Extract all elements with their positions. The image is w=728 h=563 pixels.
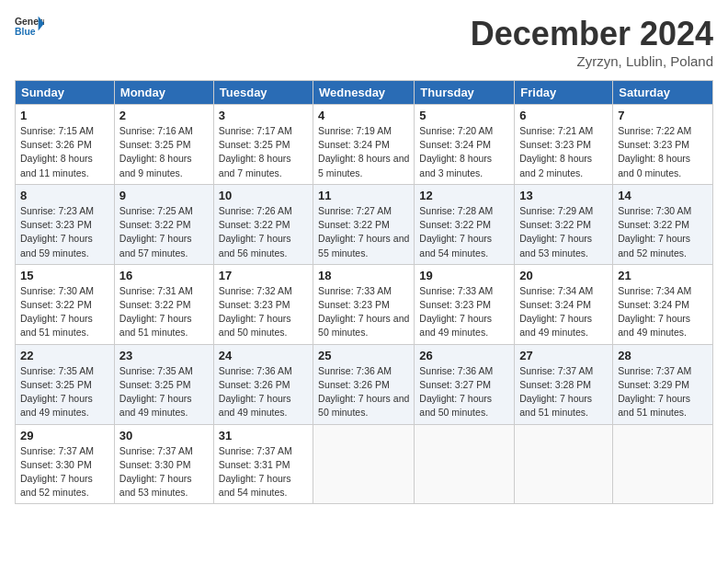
sunrise-text: Sunrise: 7:25 AM [119,205,193,216]
daylight-text: Daylight: 7 hours and 54 minutes. [219,473,291,498]
day-number: 17 [219,269,308,282]
sunrise-text: Sunrise: 7:20 AM [419,125,493,136]
day-number: 13 [519,189,608,202]
day-info: Sunrise: 7:34 AM Sunset: 3:24 PM Dayligh… [519,284,608,340]
day-number: 20 [519,269,608,282]
sunrise-text: Sunrise: 7:35 AM [119,365,193,376]
day-number: 24 [219,349,308,362]
calendar-cell: 26 Sunrise: 7:36 AM Sunset: 3:27 PM Dayl… [415,344,515,424]
day-number: 8 [20,189,109,202]
col-monday: Monday [114,81,213,105]
sunset-text: Sunset: 3:29 PM [618,379,689,390]
calendar-cell: 13 Sunrise: 7:29 AM Sunset: 3:22 PM Dayl… [515,184,613,264]
day-number: 27 [519,349,608,362]
calendar-cell: 14 Sunrise: 7:30 AM Sunset: 3:22 PM Dayl… [613,184,713,264]
calendar-cell: 10 Sunrise: 7:26 AM Sunset: 3:22 PM Dayl… [213,184,313,264]
calendar-cell: 16 Sunrise: 7:31 AM Sunset: 3:22 PM Dayl… [114,264,213,344]
calendar-cell: 18 Sunrise: 7:33 AM Sunset: 3:23 PM Dayl… [313,264,415,344]
day-number: 11 [318,189,409,202]
sunrise-text: Sunrise: 7:34 AM [519,285,593,296]
day-number: 19 [419,269,509,282]
sunrise-text: Sunrise: 7:37 AM [519,365,593,376]
day-info: Sunrise: 7:31 AM Sunset: 3:22 PM Dayligh… [119,284,209,340]
sunset-text: Sunset: 3:30 PM [119,459,191,470]
location-subtitle: Zyrzyn, Lublin, Poland [471,53,713,69]
sunrise-text: Sunrise: 7:26 AM [219,205,292,216]
day-info: Sunrise: 7:22 AM Sunset: 3:23 PM Dayligh… [618,124,708,180]
calendar-cell: 7 Sunrise: 7:22 AM Sunset: 3:23 PM Dayli… [613,105,713,185]
day-number: 23 [119,349,209,362]
sunset-text: Sunset: 3:24 PM [519,299,591,310]
day-number: 12 [419,189,509,202]
day-number: 5 [419,109,509,122]
day-info: Sunrise: 7:36 AM Sunset: 3:26 PM Dayligh… [219,364,308,420]
logo: General Blue [15,15,44,40]
daylight-text: Daylight: 7 hours and 51 minutes. [519,393,592,418]
daylight-text: Daylight: 7 hours and 52 minutes. [20,473,93,498]
day-info: Sunrise: 7:33 AM Sunset: 3:23 PM Dayligh… [419,284,509,340]
calendar-cell: 19 Sunrise: 7:33 AM Sunset: 3:23 PM Dayl… [415,264,515,344]
sunrise-text: Sunrise: 7:36 AM [419,365,493,376]
sunset-text: Sunset: 3:22 PM [20,299,92,310]
sunset-text: Sunset: 3:22 PM [119,219,191,230]
sunrise-text: Sunrise: 7:27 AM [318,205,392,216]
day-info: Sunrise: 7:30 AM Sunset: 3:22 PM Dayligh… [20,284,109,340]
sunset-text: Sunset: 3:30 PM [20,459,92,470]
day-info: Sunrise: 7:37 AM Sunset: 3:30 PM Dayligh… [119,444,209,500]
calendar-cell: 17 Sunrise: 7:32 AM Sunset: 3:23 PM Dayl… [213,264,313,344]
daylight-text: Daylight: 7 hours and 50 minutes. [419,393,492,418]
calendar-week-4: 22 Sunrise: 7:35 AM Sunset: 3:25 PM Dayl… [16,344,713,424]
daylight-text: Daylight: 7 hours and 50 minutes. [318,313,409,338]
daylight-text: Daylight: 8 hours and 2 minutes. [519,153,592,178]
daylight-text: Daylight: 8 hours and 7 minutes. [219,153,291,178]
col-tuesday: Tuesday [213,81,313,105]
day-info: Sunrise: 7:23 AM Sunset: 3:23 PM Dayligh… [20,204,109,260]
day-info: Sunrise: 7:34 AM Sunset: 3:24 PM Dayligh… [618,284,708,340]
daylight-text: Daylight: 7 hours and 49 minutes. [618,313,690,338]
calendar-cell: 2 Sunrise: 7:16 AM Sunset: 3:25 PM Dayli… [114,105,213,185]
sunrise-text: Sunrise: 7:37 AM [119,445,193,456]
daylight-text: Daylight: 7 hours and 53 minutes. [119,473,192,498]
daylight-text: Daylight: 7 hours and 49 minutes. [419,313,492,338]
calendar-week-1: 1 Sunrise: 7:15 AM Sunset: 3:26 PM Dayli… [16,105,713,185]
daylight-text: Daylight: 7 hours and 49 minutes. [219,393,291,418]
daylight-text: Daylight: 7 hours and 55 minutes. [318,233,409,258]
sunset-text: Sunset: 3:23 PM [20,219,92,230]
sunrise-text: Sunrise: 7:23 AM [20,205,94,216]
sunset-text: Sunset: 3:28 PM [519,379,591,390]
day-number: 2 [119,109,209,122]
sunset-text: Sunset: 3:23 PM [519,139,591,150]
day-info: Sunrise: 7:16 AM Sunset: 3:25 PM Dayligh… [119,124,209,180]
day-number: 21 [618,269,708,282]
day-info: Sunrise: 7:25 AM Sunset: 3:22 PM Dayligh… [119,204,209,260]
day-number: 15 [20,269,109,282]
calendar-cell: 20 Sunrise: 7:34 AM Sunset: 3:24 PM Dayl… [515,264,613,344]
calendar-cell: 6 Sunrise: 7:21 AM Sunset: 3:23 PM Dayli… [515,105,613,185]
day-number: 16 [119,269,209,282]
title-block: December 2024 Zyrzyn, Lublin, Poland [471,15,713,69]
sunset-text: Sunset: 3:25 PM [119,139,191,150]
calendar-header-row: Sunday Monday Tuesday Wednesday Thursday… [16,81,713,105]
calendar-week-3: 15 Sunrise: 7:30 AM Sunset: 3:22 PM Dayl… [16,264,713,344]
daylight-text: Daylight: 7 hours and 50 minutes. [318,393,409,418]
sunset-text: Sunset: 3:25 PM [20,379,92,390]
calendar-week-5: 29 Sunrise: 7:37 AM Sunset: 3:30 PM Dayl… [16,424,713,504]
sunrise-text: Sunrise: 7:29 AM [519,205,593,216]
daylight-text: Daylight: 7 hours and 50 minutes. [219,313,291,338]
sunrise-text: Sunrise: 7:36 AM [219,365,292,376]
sunrise-text: Sunrise: 7:31 AM [119,285,193,296]
sunset-text: Sunset: 3:22 PM [119,299,191,310]
calendar-cell: 25 Sunrise: 7:36 AM Sunset: 3:26 PM Dayl… [313,344,415,424]
day-info: Sunrise: 7:37 AM Sunset: 3:31 PM Dayligh… [219,444,308,500]
sunrise-text: Sunrise: 7:28 AM [419,205,493,216]
day-number: 28 [618,349,708,362]
daylight-text: Daylight: 7 hours and 57 minutes. [119,233,192,258]
daylight-text: Daylight: 7 hours and 54 minutes. [419,233,492,258]
calendar-cell: 15 Sunrise: 7:30 AM Sunset: 3:22 PM Dayl… [16,264,115,344]
daylight-text: Daylight: 7 hours and 52 minutes. [618,233,690,258]
daylight-text: Daylight: 8 hours and 11 minutes. [20,153,93,178]
sunrise-text: Sunrise: 7:32 AM [219,285,292,296]
daylight-text: Daylight: 7 hours and 49 minutes. [119,393,192,418]
calendar-table: Sunday Monday Tuesday Wednesday Thursday… [15,80,713,504]
month-title: December 2024 [471,15,713,53]
